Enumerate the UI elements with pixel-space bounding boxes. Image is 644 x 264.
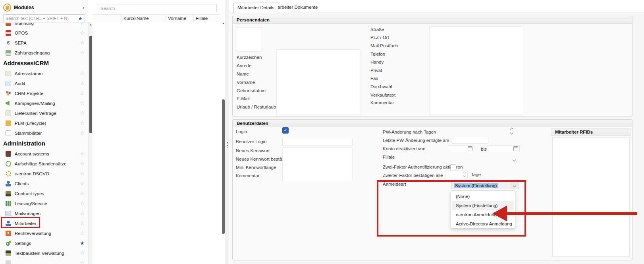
sidebar-item-settings[interactable]: Settings ★	[0, 238, 88, 248]
favorite-star-icon[interactable]: ☆	[80, 200, 85, 206]
column-name[interactable]: Name	[134, 15, 166, 22]
sidebar-item-c-entron-dsgvo[interactable]: c-entron DSGVO ☆	[0, 169, 88, 179]
sidebar-item-plm-lifecycle[interactable]: PLM (Lifecycle) ☆	[0, 118, 88, 128]
c-entron-logo-icon	[3, 4, 11, 12]
sidebar-item-sepa[interactable]: € SEPA ☆	[0, 38, 88, 48]
sidebar-item-zahlungseingang[interactable]: Zahlungseingang ☆	[0, 48, 88, 58]
panel-splitter[interactable]	[226, 0, 229, 264]
filiale-dropdown[interactable]	[513, 155, 515, 163]
personendaten-left-fields[interactable]	[276, 49, 361, 115]
sidebar-item-audit[interactable]: Audit ☆	[0, 78, 88, 88]
favorite-star-icon[interactable]: ☆	[80, 220, 85, 226]
favorite-star-icon[interactable]: ☆	[80, 80, 85, 86]
favorite-star-icon[interactable]: ☆	[80, 70, 85, 76]
sidebar-item-adressstamm[interactable]: Adressstamm ☆	[0, 68, 88, 78]
pw-aenderung-spinner[interactable]	[511, 128, 513, 134]
column-icon[interactable]	[93, 15, 121, 22]
label-vorname: Vorname	[237, 80, 255, 85]
dsgvo-gear-icon	[6, 171, 11, 177]
favorite-star-icon[interactable]: ☆	[80, 190, 85, 196]
favorite-star-icon[interactable]: ☆	[80, 90, 85, 96]
konto-deaktiviert-von-date[interactable]	[448, 145, 474, 152]
list-search-box[interactable]	[98, 4, 217, 12]
spinner-down-icon[interactable]	[463, 175, 466, 177]
personendaten-right-fields[interactable]	[429, 26, 523, 115]
sidebar-item-lieferanten-vertraege[interactable]: Lieferanten-Verträge ☆	[0, 108, 88, 118]
sidebar-item-leasing-service[interactable]: Leasing/Service ☆	[0, 198, 88, 208]
sidebar-item-crm-projekte[interactable]: CRM-Projekte ☆	[0, 88, 88, 98]
zwei-faktor-checkbox[interactable]	[450, 164, 456, 170]
section-header-addresses-crm: Addresses/CRM	[0, 58, 88, 68]
label-bis: bis	[481, 146, 487, 152]
sidebar-item-clients[interactable]: Clients ☆	[0, 179, 88, 188]
sidebar-scrollbar-thumb[interactable]	[89, 36, 92, 133]
letzte-pw-aenderung-input[interactable]	[451, 137, 488, 144]
mitarbeiter-rfids-group: Mitarbeiter RFIDs	[551, 128, 631, 260]
spinner-arrows[interactable]	[464, 172, 466, 177]
label-filiale: Filiale	[383, 154, 395, 160]
label-anrede: Anrede	[237, 63, 251, 68]
contract-icon	[6, 191, 11, 196]
favorites-filter-star-icon[interactable]: ★	[78, 16, 83, 21]
favorite-star-icon[interactable]: ☆	[80, 130, 85, 136]
zahlungseingang-icon	[6, 50, 11, 56]
favorite-star-icon[interactable]: ☆	[80, 50, 85, 56]
favorite-star-icon[interactable]: ☆	[80, 260, 85, 264]
favorite-star-icon[interactable]: ☆	[80, 30, 85, 36]
favorite-star-icon[interactable]: ☆	[80, 210, 85, 216]
sidebar-scrollbar[interactable]: ▲	[88, 22, 93, 264]
sidebar-item-aufschlaege-stundensaetze[interactable]: Aufschläge Stundensätze ☆	[0, 159, 88, 169]
sidebar-item-kampagnen-mailing[interactable]: Kampagnen/Mailing ☆	[0, 98, 88, 108]
favorite-star-icon[interactable]: ☆	[80, 151, 85, 157]
sidebar-item-opos[interactable]: OPOS ☆	[0, 28, 88, 38]
favorite-star-icon[interactable]: ☆	[80, 120, 85, 126]
building-icon	[6, 201, 11, 206]
sidebar-title: Modules	[14, 5, 81, 10]
favorite-star-icon[interactable]: ☆	[80, 230, 85, 236]
list-scroll-up-arrow-icon[interactable]: ▲	[222, 22, 225, 25]
sidebar-search-box[interactable]: ★	[3, 14, 85, 22]
calendar-icon[interactable]	[468, 146, 472, 151]
sidebar-item-stammblaetter[interactable]: Stammblätter ☆	[0, 128, 88, 138]
chevron-down-icon	[513, 158, 516, 161]
sidebar-item-clipped[interactable]: ☆	[0, 258, 88, 264]
label-min-kennwortlaenge: Min. Kennwortlänge	[236, 165, 276, 170]
sidebar-item-rechteverwaltung[interactable]: Rechteverwaltung ☆	[0, 228, 88, 238]
spinner-up-icon[interactable]	[463, 172, 466, 175]
label-name: Name	[237, 71, 249, 77]
spinner-down-icon[interactable]	[510, 131, 513, 134]
collapse-sidebar-icon[interactable]: ‹	[81, 5, 86, 11]
favorite-star-icon[interactable]: ☆	[80, 161, 85, 167]
favorite-star-icon[interactable]: ☆	[80, 100, 85, 106]
konto-deaktiviert-bis-date[interactable]	[488, 145, 520, 152]
sidebar-search-input[interactable]	[4, 15, 78, 21]
employee-photo-placeholder[interactable]	[236, 27, 262, 51]
tab-mitarbeiter-details[interactable]: Mitarbeiter Details	[233, 2, 278, 13]
sidebar-item-mahnung[interactable]: Mahnung ☆	[0, 22, 88, 28]
favorite-star-icon[interactable]: ☆	[80, 110, 85, 116]
kennwort-fields[interactable]	[282, 148, 353, 181]
favorite-star-filled-icon[interactable]: ★	[80, 240, 85, 246]
column-vorname[interactable]: Vorname	[166, 15, 193, 22]
calendar-icon[interactable]	[513, 146, 518, 151]
favorite-star-icon[interactable]: ☆	[80, 40, 85, 46]
column-filiale[interactable]: Filiale	[193, 15, 222, 22]
label-geburtsdatum: Geburtsdatum	[237, 88, 266, 93]
list-scrollbar-thumb[interactable]	[222, 99, 225, 234]
red-highlight-mitarbeiter	[1, 217, 40, 228]
label-benutzer-login: Benutzer Login	[236, 139, 266, 144]
sidebar-item-contract-types[interactable]: Contract types ☆	[0, 188, 88, 198]
favorite-star-icon[interactable]: ☆	[80, 171, 85, 177]
sidebar-item-account-systems[interactable]: Account systems ☆	[0, 149, 88, 159]
favorite-star-icon[interactable]: ☆	[80, 22, 85, 26]
spinner-up-icon[interactable]	[510, 128, 513, 131]
sidebar-item-textbaustein-verwaltung[interactable]: Textbaustein Verwaltung ☆	[0, 248, 88, 258]
login-checkbox[interactable]: ✓	[282, 127, 289, 134]
list-search-input[interactable]	[98, 6, 216, 11]
benutzer-login-input[interactable]	[282, 138, 353, 146]
favorite-star-icon[interactable]: ☆	[80, 181, 85, 186]
zweiter-faktor-spinner[interactable]	[445, 171, 468, 178]
favorite-star-icon[interactable]: ☆	[80, 250, 85, 256]
rfids-list-area[interactable]	[552, 137, 630, 257]
column-kuerzel[interactable]: Kürzel	[121, 15, 134, 22]
